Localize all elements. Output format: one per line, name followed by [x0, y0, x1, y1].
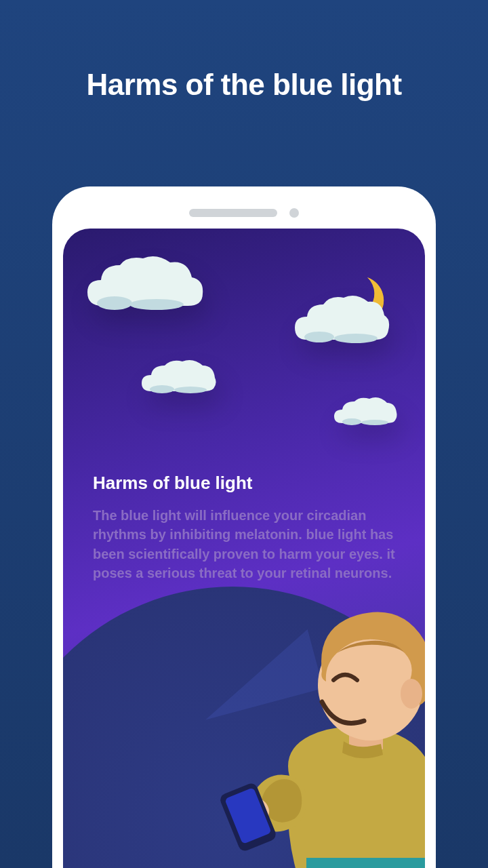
svg-point-7	[361, 420, 388, 425]
cloud-icon	[291, 291, 392, 352]
svg-point-6	[342, 418, 361, 425]
phone-notch	[189, 208, 299, 218]
cloud-icon	[331, 395, 399, 429]
character-illustration	[201, 566, 425, 868]
svg-point-4	[150, 385, 174, 393]
cloud-icon	[138, 356, 219, 398]
speaker-icon	[189, 209, 277, 217]
content-heading: Harms of blue light	[93, 473, 395, 494]
svg-point-12	[401, 679, 422, 709]
svg-point-2	[304, 332, 334, 342]
page-title: Harms of the blue light	[0, 0, 488, 102]
svg-point-1	[129, 299, 184, 310]
svg-point-3	[334, 334, 378, 343]
phone-mockup: Harms of blue light The blue light will …	[52, 186, 436, 868]
cloud-icon	[82, 253, 208, 321]
svg-point-0	[97, 296, 132, 310]
camera-icon	[289, 208, 299, 218]
svg-point-5	[174, 387, 207, 393]
app-screen: Harms of blue light The blue light will …	[63, 229, 425, 868]
